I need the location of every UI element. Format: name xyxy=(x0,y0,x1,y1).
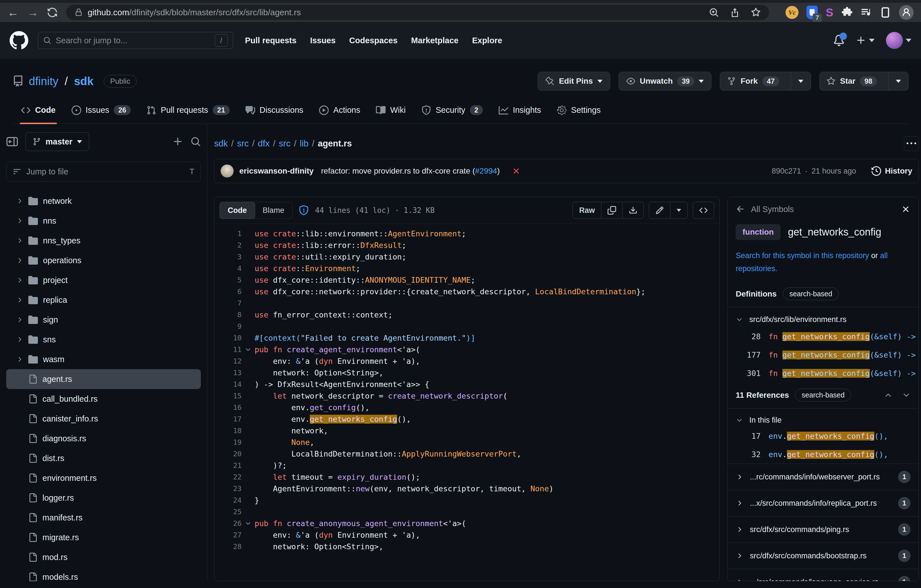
jump-to-file-input[interactable]: Jump to file T xyxy=(6,162,201,182)
search-tree-icon[interactable] xyxy=(190,136,201,147)
code-line-19[interactable]: 19 None, xyxy=(215,437,719,448)
line-number[interactable]: 25 xyxy=(215,508,242,516)
line-number[interactable]: 15 xyxy=(215,392,242,400)
commit-sha[interactable]: 890c271 xyxy=(772,167,801,175)
header-nav-issues[interactable]: Issues xyxy=(310,36,335,45)
tree-item-environment.rs[interactable]: environment.rs xyxy=(6,468,201,488)
breadcrumb-link-sdk[interactable]: sdk xyxy=(214,138,228,148)
browser-back-icon[interactable]: ← xyxy=(7,7,19,18)
back-arrow-icon[interactable] xyxy=(736,205,745,214)
code-line-6[interactable]: 6use dfx_core::network::provider::{creat… xyxy=(215,286,719,297)
reference-row-line-32[interactable]: 32env.get_networks_config(), xyxy=(728,445,918,464)
header-nav-pull-requests[interactable]: Pull requests xyxy=(245,36,296,45)
line-number[interactable]: 1 xyxy=(215,229,242,238)
repo-name-link[interactable]: sdk xyxy=(74,75,94,88)
tree-item-diagnosis.rs[interactable]: diagnosis.rs xyxy=(6,429,201,448)
unwatch-button[interactable]: Unwatch 39 xyxy=(618,72,712,91)
tab-blame[interactable]: Blame xyxy=(255,202,293,219)
tree-item-logger.rs[interactable]: logger.rs xyxy=(6,488,201,508)
star-dropdown-button[interactable] xyxy=(888,72,908,90)
tab-wiki[interactable]: Wiki xyxy=(370,102,411,123)
in-this-file-row[interactable]: In this file xyxy=(728,408,918,427)
line-number[interactable]: 14 xyxy=(215,380,242,388)
code-listing[interactable]: 1use crate::lib::environment::AgentEnvir… xyxy=(215,224,719,552)
bookmark-star-icon[interactable] xyxy=(751,8,761,17)
code-line-12[interactable]: 12 env: &'a (dyn Environment + 'a), xyxy=(215,355,719,367)
line-number[interactable]: 2 xyxy=(215,241,242,249)
code-line-14[interactable]: 14) -> DfxResult<AgentEnvironment<'a>> { xyxy=(215,378,719,390)
code-line-3[interactable]: 3use crate::util::expiry_duration; xyxy=(215,251,719,263)
line-number[interactable]: 9 xyxy=(215,322,242,330)
line-number[interactable]: 13 xyxy=(215,369,242,377)
download-button[interactable] xyxy=(622,202,643,219)
tree-item-project[interactable]: project xyxy=(6,270,201,290)
line-number[interactable]: 11 xyxy=(215,346,242,354)
code-line-18[interactable]: 18 network, xyxy=(215,425,719,437)
repo-owner-link[interactable]: dfinity xyxy=(29,75,59,88)
address-bar[interactable]: github.com/dfinity/sdk/blob/master/src/d… xyxy=(66,5,769,20)
browser-reload-icon[interactable] xyxy=(47,7,58,18)
breadcrumb-link-lib[interactable]: lib xyxy=(300,138,309,148)
code-line-24[interactable]: 24} xyxy=(215,494,719,506)
tree-item-wasm[interactable]: wasm xyxy=(6,349,201,369)
code-line-27[interactable]: 27 env: &'a (dyn Environment + 'a), xyxy=(215,529,719,541)
branch-selector[interactable]: master xyxy=(26,132,89,151)
code-line-2[interactable]: 2use crate::lib::error::DfxResult; xyxy=(215,239,719,251)
tree-item-operations[interactable]: operations xyxy=(6,250,201,270)
tab-issues[interactable]: Issues26 xyxy=(66,102,137,123)
breadcrumb-link-dfx[interactable]: dfx xyxy=(258,138,270,148)
extension-s-icon[interactable]: S xyxy=(826,6,833,19)
edit-button[interactable] xyxy=(649,202,670,219)
line-number[interactable]: 6 xyxy=(215,288,242,296)
tree-item-canister_info.rs[interactable]: canister_info.rs xyxy=(6,409,201,429)
star-button[interactable]: Star 98 xyxy=(820,72,884,90)
code-line-9[interactable]: 9 xyxy=(215,321,719,332)
pr-link[interactable]: #2994 xyxy=(475,167,497,175)
browser-forward-icon[interactable]: → xyxy=(27,7,39,18)
status-failed-icon[interactable] xyxy=(512,167,521,175)
definition-file-row[interactable]: src/dfx/src/lib/environment.rs xyxy=(728,307,918,327)
line-number[interactable]: 12 xyxy=(215,357,242,365)
github-logo-icon[interactable] xyxy=(10,31,28,50)
line-number[interactable]: 18 xyxy=(215,427,242,435)
tree-item-sign[interactable]: sign xyxy=(6,310,201,330)
definition-row-line-301[interactable]: 301fn get_networks_config(&self) -> Arc xyxy=(728,364,918,382)
tab-discussions[interactable]: Discussions xyxy=(240,102,309,123)
reference-row-line-17[interactable]: 17env.get_networks_config(), xyxy=(728,427,918,445)
line-number[interactable]: 8 xyxy=(215,311,242,319)
sidebar-toggle-icon[interactable] xyxy=(880,7,891,18)
code-line-21[interactable]: 21 )?; xyxy=(215,460,719,471)
line-number[interactable]: 23 xyxy=(215,484,242,493)
tree-item-agent.rs[interactable]: agent.rs xyxy=(6,369,201,389)
line-number[interactable]: 16 xyxy=(215,403,242,412)
code-line-23[interactable]: 23 AgentEnvironment::new(env, network_de… xyxy=(215,483,719,494)
all-symbols-link[interactable]: All Symbols xyxy=(751,205,794,214)
share-icon[interactable] xyxy=(730,8,740,17)
line-number[interactable]: 19 xyxy=(215,438,242,447)
line-number[interactable]: 22 xyxy=(215,473,242,481)
tree-item-call_bundled.rs[interactable]: call_bundled.rs xyxy=(6,389,201,409)
definition-row-line-177[interactable]: 177fn get_networks_config(&self) -> Arc xyxy=(728,346,918,364)
header-nav-codespaces[interactable]: Codespaces xyxy=(349,36,397,45)
code-line-13[interactable]: 13 network: Option<String>, xyxy=(215,367,719,378)
code-line-16[interactable]: 16 env.get_config(), xyxy=(215,402,719,413)
code-line-8[interactable]: 8use fn_error_context::context; xyxy=(215,309,719,321)
tree-item-sns[interactable]: sns xyxy=(6,330,201,349)
tree-item-nns[interactable]: nns xyxy=(6,211,201,231)
tab-security[interactable]: Security2 xyxy=(416,102,488,123)
notifications-button[interactable] xyxy=(833,35,845,46)
extension-shield-icon[interactable]: 7 xyxy=(806,6,818,19)
line-number[interactable]: 20 xyxy=(215,450,242,458)
shield-alert-icon[interactable] xyxy=(299,205,309,215)
code-line-4[interactable]: 4use crate::Environment; xyxy=(215,263,719,274)
line-number[interactable]: 4 xyxy=(215,264,242,273)
symbols-button[interactable] xyxy=(693,202,714,219)
tree-item-models.rs[interactable]: models.rs xyxy=(6,567,201,581)
code-line-11[interactable]: 11pub fn create_agent_environment<'a>( xyxy=(215,344,719,355)
symbol-search-link[interactable]: Search for this symbol in this repositor… xyxy=(736,251,869,260)
definition-row-line-28[interactable]: 28fn get_networks_config(&self) -> Arc xyxy=(728,327,918,346)
code-line-5[interactable]: 5use dfx_core::identity::ANONYMOUS_IDENT… xyxy=(215,274,719,286)
code-line-26[interactable]: 26pub fn create_anonymous_agent_environm… xyxy=(215,518,719,529)
tree-item-dist.rs[interactable]: dist.rs xyxy=(6,448,201,468)
tab-code[interactable]: Code xyxy=(15,102,61,123)
